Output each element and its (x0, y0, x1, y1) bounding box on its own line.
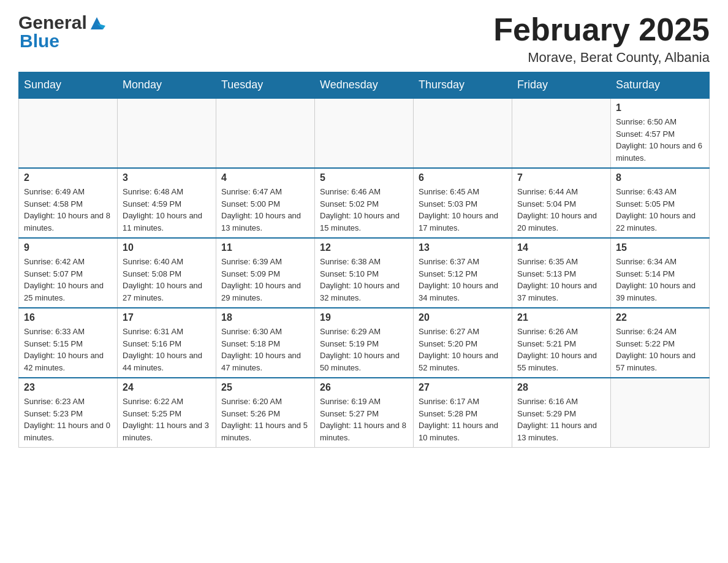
day-info: Sunrise: 6:22 AM Sunset: 5:25 PM Dayligh… (123, 396, 211, 443)
calendar-cell: 18Sunrise: 6:30 AM Sunset: 5:18 PM Dayli… (216, 308, 315, 378)
day-number: 6 (419, 172, 507, 183)
calendar-cell: 28Sunrise: 6:16 AM Sunset: 5:29 PM Dayli… (512, 378, 611, 448)
day-info: Sunrise: 6:38 AM Sunset: 5:10 PM Dayligh… (320, 256, 408, 304)
day-info: Sunrise: 6:49 AM Sunset: 4:58 PM Dayligh… (24, 186, 112, 234)
day-number: 27 (419, 382, 507, 393)
calendar-day-header: Monday (118, 72, 216, 99)
day-number: 5 (320, 172, 408, 183)
day-info: Sunrise: 6:16 AM Sunset: 5:29 PM Dayligh… (517, 396, 605, 443)
logo-blue-text: Blue (20, 31, 59, 52)
day-number: 22 (616, 312, 704, 323)
day-number: 26 (320, 382, 408, 393)
calendar-cell: 4Sunrise: 6:47 AM Sunset: 5:00 PM Daylig… (216, 168, 315, 238)
day-info: Sunrise: 6:34 AM Sunset: 5:14 PM Dayligh… (616, 256, 704, 304)
day-info: Sunrise: 6:33 AM Sunset: 5:15 PM Dayligh… (24, 326, 112, 373)
day-number: 2 (24, 172, 112, 183)
calendar-cell (118, 98, 216, 168)
calendar-cell: 15Sunrise: 6:34 AM Sunset: 5:14 PM Dayli… (611, 238, 710, 308)
calendar-cell: 19Sunrise: 6:29 AM Sunset: 5:19 PM Dayli… (315, 308, 414, 378)
logo: General Blue (18, 12, 105, 52)
calendar-header-row: SundayMondayTuesdayWednesdayThursdayFrid… (19, 72, 710, 99)
day-info: Sunrise: 6:42 AM Sunset: 5:07 PM Dayligh… (24, 256, 112, 304)
calendar-cell (414, 98, 512, 168)
calendar-cell: 21Sunrise: 6:26 AM Sunset: 5:21 PM Dayli… (512, 308, 611, 378)
day-number: 28 (517, 382, 605, 393)
day-info: Sunrise: 6:23 AM Sunset: 5:23 PM Dayligh… (24, 396, 112, 443)
calendar-cell: 22Sunrise: 6:24 AM Sunset: 5:22 PM Dayli… (611, 308, 710, 378)
calendar-cell: 9Sunrise: 6:42 AM Sunset: 5:07 PM Daylig… (19, 238, 118, 308)
day-info: Sunrise: 6:20 AM Sunset: 5:26 PM Dayligh… (221, 396, 309, 443)
day-info: Sunrise: 6:30 AM Sunset: 5:18 PM Dayligh… (221, 326, 309, 373)
calendar-day-header: Wednesday (315, 72, 414, 99)
calendar-cell (512, 98, 611, 168)
calendar-week-row: 16Sunrise: 6:33 AM Sunset: 5:15 PM Dayli… (19, 308, 710, 378)
day-number: 15 (616, 242, 704, 253)
day-number: 17 (123, 312, 211, 323)
day-number: 10 (123, 242, 211, 253)
calendar-cell (19, 98, 118, 168)
calendar-cell: 7Sunrise: 6:44 AM Sunset: 5:04 PM Daylig… (512, 168, 611, 238)
day-info: Sunrise: 6:43 AM Sunset: 5:05 PM Dayligh… (616, 186, 704, 234)
calendar-cell: 23Sunrise: 6:23 AM Sunset: 5:23 PM Dayli… (19, 378, 118, 448)
calendar-cell: 17Sunrise: 6:31 AM Sunset: 5:16 PM Dayli… (118, 308, 216, 378)
calendar-cell: 25Sunrise: 6:20 AM Sunset: 5:26 PM Dayli… (216, 378, 315, 448)
day-number: 4 (221, 172, 309, 183)
month-title: February 2025 (493, 12, 710, 47)
calendar-cell: 14Sunrise: 6:35 AM Sunset: 5:13 PM Dayli… (512, 238, 611, 308)
calendar-day-header: Saturday (611, 72, 710, 99)
day-number: 20 (419, 312, 507, 323)
day-number: 8 (616, 172, 704, 183)
calendar-cell: 24Sunrise: 6:22 AM Sunset: 5:25 PM Dayli… (118, 378, 216, 448)
day-info: Sunrise: 6:27 AM Sunset: 5:20 PM Dayligh… (419, 326, 507, 373)
day-info: Sunrise: 6:17 AM Sunset: 5:28 PM Dayligh… (419, 396, 507, 443)
day-number: 16 (24, 312, 112, 323)
day-info: Sunrise: 6:24 AM Sunset: 5:22 PM Dayligh… (616, 326, 704, 373)
calendar-day-header: Tuesday (216, 72, 315, 99)
calendar-cell: 2Sunrise: 6:49 AM Sunset: 4:58 PM Daylig… (19, 168, 118, 238)
day-number: 24 (123, 382, 211, 393)
calendar-cell (315, 98, 414, 168)
day-info: Sunrise: 6:39 AM Sunset: 5:09 PM Dayligh… (221, 256, 309, 304)
day-info: Sunrise: 6:48 AM Sunset: 4:59 PM Dayligh… (123, 186, 211, 234)
calendar-cell: 5Sunrise: 6:46 AM Sunset: 5:02 PM Daylig… (315, 168, 414, 238)
day-number: 13 (419, 242, 507, 253)
calendar-cell: 10Sunrise: 6:40 AM Sunset: 5:08 PM Dayli… (118, 238, 216, 308)
calendar-week-row: 1Sunrise: 6:50 AM Sunset: 4:57 PM Daylig… (19, 98, 710, 168)
day-info: Sunrise: 6:50 AM Sunset: 4:57 PM Dayligh… (616, 116, 704, 164)
day-number: 1 (616, 102, 704, 113)
calendar-cell: 16Sunrise: 6:33 AM Sunset: 5:15 PM Dayli… (19, 308, 118, 378)
day-number: 9 (24, 242, 112, 253)
calendar-table: SundayMondayTuesdayWednesdayThursdayFrid… (18, 72, 710, 448)
day-info: Sunrise: 6:19 AM Sunset: 5:27 PM Dayligh… (320, 396, 408, 443)
page-header: General Blue February 2025 Morave, Berat… (18, 12, 710, 66)
calendar-week-row: 2Sunrise: 6:49 AM Sunset: 4:58 PM Daylig… (19, 168, 710, 238)
day-info: Sunrise: 6:31 AM Sunset: 5:16 PM Dayligh… (123, 326, 211, 373)
calendar-cell (611, 378, 710, 448)
calendar-day-header: Sunday (19, 72, 118, 99)
day-number: 3 (123, 172, 211, 183)
day-number: 23 (24, 382, 112, 393)
calendar-cell: 13Sunrise: 6:37 AM Sunset: 5:12 PM Dayli… (414, 238, 512, 308)
title-area: February 2025 Morave, Berat County, Alba… (493, 12, 710, 66)
day-number: 7 (517, 172, 605, 183)
location: Morave, Berat County, Albania (493, 50, 710, 66)
calendar-cell: 20Sunrise: 6:27 AM Sunset: 5:20 PM Dayli… (414, 308, 512, 378)
calendar-cell: 26Sunrise: 6:19 AM Sunset: 5:27 PM Dayli… (315, 378, 414, 448)
day-number: 14 (517, 242, 605, 253)
day-number: 12 (320, 242, 408, 253)
day-info: Sunrise: 6:26 AM Sunset: 5:21 PM Dayligh… (517, 326, 605, 373)
calendar-day-header: Friday (512, 72, 611, 99)
calendar-cell: 6Sunrise: 6:45 AM Sunset: 5:03 PM Daylig… (414, 168, 512, 238)
day-info: Sunrise: 6:29 AM Sunset: 5:19 PM Dayligh… (320, 326, 408, 373)
day-info: Sunrise: 6:37 AM Sunset: 5:12 PM Dayligh… (419, 256, 507, 304)
day-info: Sunrise: 6:40 AM Sunset: 5:08 PM Dayligh… (123, 256, 211, 304)
calendar-cell (216, 98, 315, 168)
logo-general-text: General (18, 12, 87, 33)
calendar-cell: 27Sunrise: 6:17 AM Sunset: 5:28 PM Dayli… (414, 378, 512, 448)
day-number: 11 (221, 242, 309, 253)
day-info: Sunrise: 6:47 AM Sunset: 5:00 PM Dayligh… (221, 186, 309, 234)
calendar-cell: 11Sunrise: 6:39 AM Sunset: 5:09 PM Dayli… (216, 238, 315, 308)
logo-icon (88, 15, 105, 32)
day-info: Sunrise: 6:46 AM Sunset: 5:02 PM Dayligh… (320, 186, 408, 234)
day-number: 25 (221, 382, 309, 393)
